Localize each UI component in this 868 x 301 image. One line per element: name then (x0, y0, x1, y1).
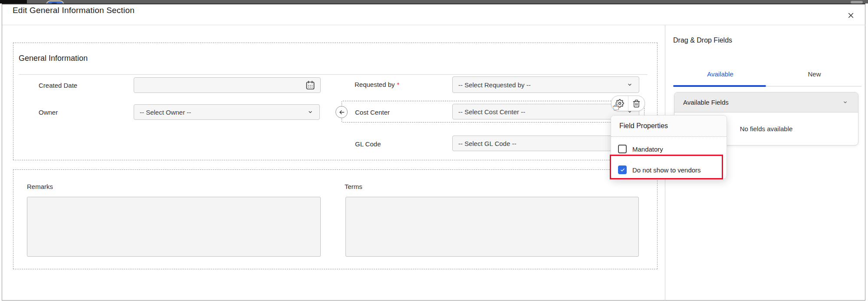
remarks-textarea[interactable] (27, 197, 321, 257)
terms-textarea[interactable] (345, 197, 639, 257)
requested-by-dropdown[interactable]: -- Select Requested by -- (452, 76, 639, 93)
modal-title: Edit General Information Section (13, 6, 135, 15)
highlight-annotation-box (610, 155, 723, 179)
popup-title: Field Properties (619, 122, 668, 130)
section-heading-rule (19, 74, 648, 75)
background-app-icon (46, 0, 64, 3)
popup-header: Field Properties (611, 116, 727, 137)
background-page-strip (0, 0, 868, 3)
remarks-label: Remarks (27, 183, 53, 190)
gl-code-label: GL Code (355, 140, 381, 148)
field-delete-button[interactable] (628, 96, 645, 111)
owner-dropdown[interactable]: -- Select Owner -- (134, 104, 320, 120)
section-heading: General Information (19, 54, 88, 63)
move-left-button[interactable] (335, 106, 348, 118)
cost-center-label: Cost Center (355, 109, 390, 116)
arrow-left-icon (339, 109, 345, 116)
created-date-label: Created Date (39, 82, 77, 89)
required-asterisk: * (397, 81, 400, 88)
sidebar-title: Drag & Drop Fields (673, 36, 732, 44)
trash-icon (632, 99, 641, 108)
available-fields-header[interactable]: Available Fields (674, 93, 858, 112)
chevron-down-icon (307, 109, 314, 115)
close-icon (847, 11, 855, 20)
active-tab-underline (673, 85, 766, 87)
titlebar-divider (2, 25, 865, 25)
terms-label: Terms (345, 183, 362, 190)
background-tab (0, 0, 27, 3)
requested-by-label: Requested by * (355, 81, 399, 88)
mandatory-checkbox[interactable] (618, 145, 627, 153)
calendar-icon[interactable] (305, 79, 316, 91)
owner-label: Owner (39, 109, 58, 116)
tab-underline (766, 86, 861, 86)
chevron-down-icon (842, 100, 848, 105)
chevron-down-icon (626, 82, 633, 87)
created-date-input[interactable] (134, 77, 321, 93)
close-button[interactable] (845, 10, 856, 20)
tab-new[interactable]: New (767, 65, 861, 83)
tab-available[interactable]: Available (673, 65, 767, 83)
